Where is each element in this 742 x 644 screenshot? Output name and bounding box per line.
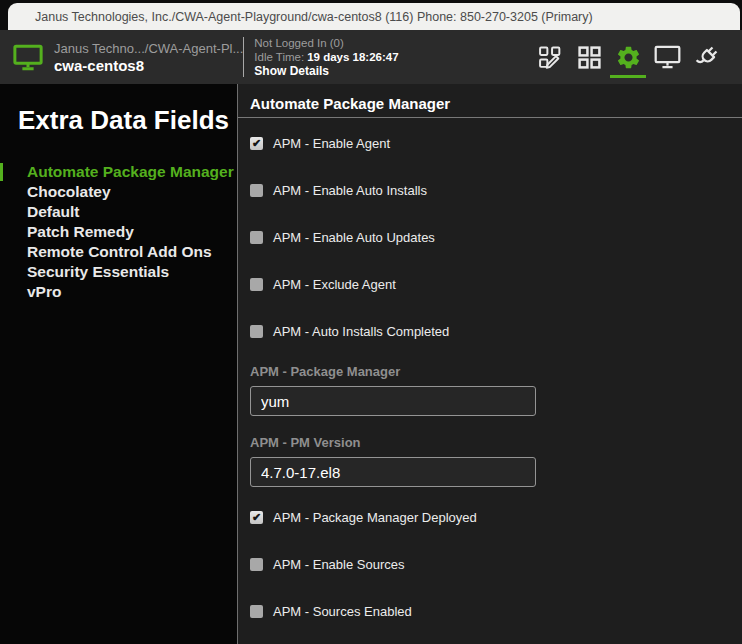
sidebar-item-label: Chocolatey: [27, 183, 111, 200]
checkbox-row-exclude-agent: APM - Exclude Agent: [250, 277, 742, 291]
field-pm-version: APM - PM Version: [250, 436, 742, 487]
sidebar-item-label: Remote Control Add Ons: [27, 243, 212, 260]
sidebar-item-vpro[interactable]: vPro: [0, 282, 237, 302]
field-package-manager: APM - Package Manager: [250, 365, 742, 416]
idle-time-value: 19 days 18:26:47: [307, 51, 398, 63]
window-titlebar: Janus Technologies, Inc./CWA-Agent-Playg…: [0, 0, 742, 30]
computer-name: cwa-centos8: [54, 57, 243, 74]
main-panel: Automate Package Manager APM - Enable Ag…: [237, 84, 742, 644]
sidebar-item-remote-control-add-ons[interactable]: Remote Control Add Ons: [0, 242, 237, 262]
enable-auto-installs-checkbox[interactable]: [250, 184, 263, 197]
edit-data-icon[interactable]: [534, 33, 566, 81]
package-manager-deployed-checkbox[interactable]: [250, 511, 263, 524]
idle-time-label: Idle Time:: [254, 51, 304, 63]
checkbox-label: APM - Sources Enabled: [273, 604, 412, 619]
sidebar-item-patch-remedy[interactable]: Patch Remedy: [0, 222, 237, 242]
plug-icon[interactable]: [690, 33, 722, 81]
agent-summary: Janus Techno.../CWA-Agent-Pl... cwa-cent…: [0, 30, 243, 84]
sidebar-item-label: vPro: [27, 283, 61, 300]
settings-gear-icon[interactable]: [612, 33, 644, 81]
window-tab[interactable]: Janus Technologies, Inc./CWA-Agent-Playg…: [8, 3, 740, 30]
login-status: Not Logged In (0): [254, 36, 534, 50]
sidebar-nav: Automate Package Manager Chocolatey Defa…: [0, 162, 237, 302]
breadcrumb: Janus Techno.../CWA-Agent-Pl...: [54, 41, 243, 56]
checkbox-label: APM - Auto Installs Completed: [273, 324, 449, 339]
checkbox-label: APM - Package Manager Deployed: [273, 510, 477, 525]
checkbox-row-enable-auto-updates: APM - Enable Auto Updates: [250, 230, 742, 244]
checkbox-label: APM - Enable Auto Updates: [273, 230, 435, 245]
checkbox-row-enable-auto-installs: APM - Enable Auto Installs: [250, 183, 742, 197]
enable-agent-checkbox[interactable]: [250, 137, 263, 150]
automate-agent-window: Janus Technologies, Inc./CWA-Agent-Playg…: [0, 0, 742, 644]
sidebar-item-default[interactable]: Default: [0, 202, 237, 222]
checkbox-row-auto-installs-completed: APM - Auto Installs Completed: [250, 324, 742, 338]
exclude-agent-checkbox[interactable]: [250, 278, 263, 291]
sidebar-item-security-essentials[interactable]: Security Essentials: [0, 262, 237, 282]
checkbox-row-sources-enabled: APM - Sources Enabled: [250, 604, 742, 618]
field-label: APM - PM Version: [250, 436, 742, 450]
apps-grid-icon[interactable]: [573, 33, 605, 81]
checkbox-label: APM - Enable Sources: [273, 557, 405, 572]
enable-auto-updates-checkbox[interactable]: [250, 231, 263, 244]
checkbox-label: APM - Enable Agent: [273, 136, 390, 151]
app-header: Janus Techno.../CWA-Agent-Pl... cwa-cent…: [0, 30, 742, 84]
package-manager-input[interactable]: [250, 386, 536, 416]
active-indicator-bar: [0, 163, 3, 181]
checkbox-row-enable-agent: APM - Enable Agent: [250, 136, 742, 150]
header-toolbar: [534, 30, 742, 84]
show-details-link[interactable]: Show Details: [254, 64, 329, 78]
sidebar-item-label: Default: [27, 203, 80, 220]
checkbox-label: APM - Enable Auto Installs: [273, 183, 427, 198]
sidebar-item-chocolatey[interactable]: Chocolatey: [0, 182, 237, 202]
auto-installs-completed-checkbox[interactable]: [250, 325, 263, 338]
agent-names: Janus Techno.../CWA-Agent-Pl... cwa-cent…: [54, 41, 243, 74]
window-title: Janus Technologies, Inc./CWA-Agent-Playg…: [35, 10, 593, 24]
enable-sources-checkbox[interactable]: [250, 558, 263, 571]
window-body: Extra Data Fields Automate Package Manag…: [0, 84, 742, 644]
status-block: Not Logged In (0) Idle Time:19 days 18:2…: [244, 30, 534, 84]
monitor-icon[interactable]: [651, 33, 683, 81]
page-title: Extra Data Fields: [18, 105, 237, 136]
checkbox-row-enable-sources: APM - Enable Sources: [250, 557, 742, 571]
field-label: APM - Package Manager: [250, 365, 742, 379]
checkbox-label: APM - Exclude Agent: [273, 277, 396, 292]
sidebar-item-label: Security Essentials: [27, 263, 169, 280]
sidebar-item-label: Automate Package Manager: [27, 163, 234, 180]
computer-icon: [13, 44, 43, 71]
idle-time-row: Idle Time:19 days 18:26:47: [254, 50, 534, 64]
sidebar-item-automate-package-manager[interactable]: Automate Package Manager: [0, 162, 237, 182]
sources-enabled-checkbox[interactable]: [250, 605, 263, 618]
sidebar: Extra Data Fields Automate Package Manag…: [0, 84, 237, 644]
checkbox-row-package-manager-deployed: APM - Package Manager Deployed: [250, 510, 742, 524]
pm-version-input[interactable]: [250, 457, 536, 487]
section-title: Automate Package Manager: [238, 84, 742, 118]
sidebar-item-label: Patch Remedy: [27, 223, 134, 240]
